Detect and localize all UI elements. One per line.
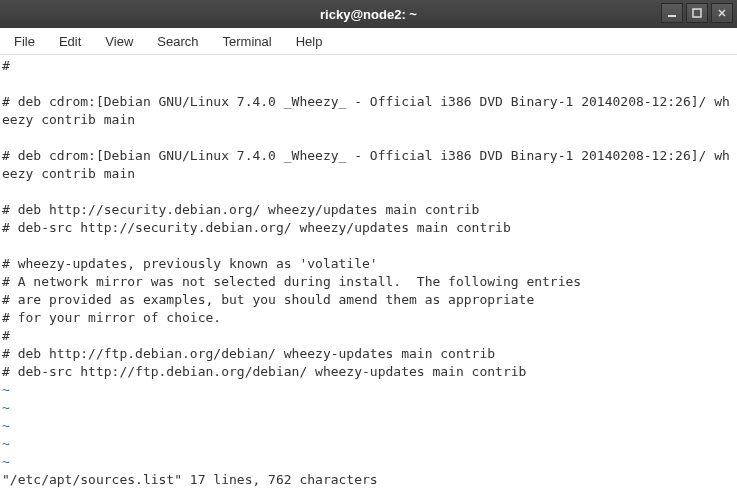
- maximize-button[interactable]: [686, 3, 708, 23]
- maximize-icon: [692, 8, 702, 18]
- window-controls: [661, 3, 733, 23]
- menu-view[interactable]: View: [95, 30, 143, 53]
- minimize-icon: [667, 8, 677, 18]
- svg-rect-0: [668, 15, 676, 17]
- window-title: ricky@node2: ~: [320, 7, 417, 22]
- menu-search[interactable]: Search: [147, 30, 208, 53]
- titlebar: ricky@node2: ~: [0, 0, 737, 28]
- menu-help[interactable]: Help: [286, 30, 333, 53]
- menu-edit[interactable]: Edit: [49, 30, 91, 53]
- vim-status-line: "/etc/apt/sources.list" 17 lines, 762 ch…: [2, 472, 378, 487]
- vim-tildes: ~ ~ ~ ~ ~: [2, 382, 10, 469]
- close-button[interactable]: [711, 3, 733, 23]
- menu-file[interactable]: File: [4, 30, 45, 53]
- terminal-area[interactable]: # # deb cdrom:[Debian GNU/Linux 7.4.0 _W…: [0, 55, 737, 500]
- file-content: # # deb cdrom:[Debian GNU/Linux 7.4.0 _W…: [2, 58, 730, 379]
- menubar: File Edit View Search Terminal Help: [0, 28, 737, 55]
- close-icon: [717, 8, 727, 18]
- menu-terminal[interactable]: Terminal: [213, 30, 282, 53]
- minimize-button[interactable]: [661, 3, 683, 23]
- svg-rect-1: [693, 9, 701, 17]
